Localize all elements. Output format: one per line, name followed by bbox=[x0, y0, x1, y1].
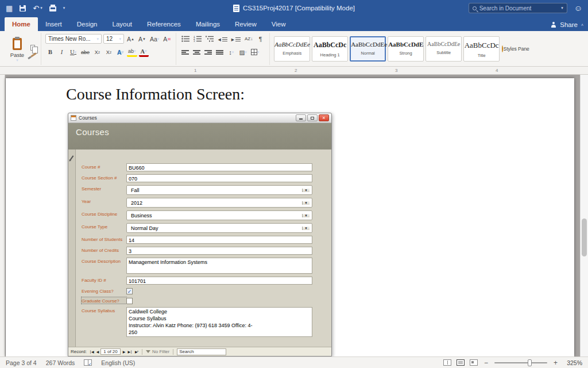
field-checkbox[interactable] bbox=[126, 298, 133, 304]
justify-button[interactable] bbox=[215, 47, 225, 57]
new-record-button[interactable]: ▶* bbox=[134, 350, 138, 354]
zoom-out-button[interactable]: − bbox=[483, 359, 489, 367]
text-effects-caret-icon[interactable]: ▾ bbox=[122, 50, 124, 55]
record-search-input[interactable] bbox=[177, 348, 226, 355]
word-count[interactable]: 267 Words bbox=[46, 359, 75, 366]
style-title[interactable]: AaBbCcDcTitle bbox=[463, 36, 500, 62]
print-button[interactable] bbox=[49, 5, 56, 12]
proofing-status-icon[interactable] bbox=[84, 359, 92, 366]
maximize-button[interactable] bbox=[307, 114, 318, 121]
line-spacing-caret-icon[interactable]: ▾ bbox=[232, 50, 234, 55]
page-indicator[interactable]: Page 3 of 4 bbox=[6, 359, 37, 366]
previous-record-button[interactable]: ◀ bbox=[96, 350, 99, 354]
styles-pane-button[interactable]: Styles Pane bbox=[502, 47, 529, 52]
share-button[interactable]: Share ˄ bbox=[551, 21, 583, 31]
record-selector-bar[interactable] bbox=[68, 150, 76, 347]
field-combo[interactable]: 2012▼ bbox=[126, 198, 312, 208]
align-left-button[interactable] bbox=[180, 47, 190, 57]
underline-button[interactable]: U▾ bbox=[68, 47, 78, 57]
change-case-button[interactable]: Aa▾ bbox=[149, 34, 160, 44]
first-record-button[interactable]: ❘◀ bbox=[88, 350, 94, 354]
field-input[interactable]: Management Information Systems bbox=[126, 258, 312, 274]
no-filter-button[interactable]: No Filter bbox=[152, 349, 169, 354]
align-center-button[interactable] bbox=[192, 47, 202, 57]
document-page[interactable]: Course Information Screen: Courses × Cou… bbox=[6, 78, 574, 356]
combo-dropdown-button[interactable]: ▼ bbox=[302, 227, 310, 230]
decrease-indent-button[interactable]: ◂ bbox=[216, 34, 228, 44]
field-combo[interactable]: Business▼ bbox=[126, 210, 312, 220]
text-effects-button[interactable]: A▾ bbox=[115, 47, 125, 57]
tab-home[interactable]: Home bbox=[5, 17, 38, 31]
web-layout-button[interactable] bbox=[470, 359, 478, 366]
next-record-button[interactable]: ▶ bbox=[122, 350, 126, 354]
field-combo[interactable]: Fall▼ bbox=[126, 185, 312, 195]
tab-insert[interactable]: Insert bbox=[38, 17, 69, 31]
bullets-button[interactable] bbox=[180, 34, 191, 44]
tab-references[interactable]: References bbox=[140, 17, 188, 31]
zoom-slider[interactable] bbox=[494, 362, 547, 363]
undo-caret-icon[interactable]: ▾ bbox=[40, 6, 42, 10]
view-switcher-icon[interactable]: ▦ bbox=[6, 4, 13, 13]
field-input[interactable]: Caldwell College Course Syllabus Instruc… bbox=[126, 307, 312, 337]
numbering-button[interactable]: 123 bbox=[192, 34, 203, 44]
paste-caret-icon[interactable]: ▾ bbox=[16, 58, 18, 63]
style-strong[interactable]: AaBbCcDdEStrong bbox=[388, 36, 424, 62]
style-normal[interactable]: AaBbCcDdEeNormal bbox=[350, 36, 386, 62]
multilevel-list-button[interactable] bbox=[204, 34, 215, 44]
field-input[interactable]: 070 bbox=[126, 174, 312, 182]
font-color-caret-icon[interactable]: ▾ bbox=[145, 48, 147, 55]
save-icon[interactable] bbox=[20, 5, 26, 12]
font-size-combo[interactable]: 12 ▾ bbox=[103, 34, 124, 44]
last-record-button[interactable]: ▶❘ bbox=[127, 350, 133, 354]
style-subtitle[interactable]: AaBbCcDdEeSubtitle bbox=[425, 36, 462, 62]
superscript-button[interactable]: X2 bbox=[104, 47, 114, 57]
grow-font-button[interactable]: A▲ bbox=[126, 34, 136, 44]
italic-button[interactable]: I bbox=[57, 47, 67, 57]
language-indicator[interactable]: English (US) bbox=[101, 359, 135, 366]
strikethrough-button[interactable]: abe bbox=[80, 47, 91, 57]
shrink-font-button[interactable]: A▼ bbox=[137, 34, 147, 44]
tab-mailings[interactable]: Mailings bbox=[188, 17, 227, 31]
undo-button[interactable]: ↶▾ bbox=[33, 4, 42, 13]
zoom-in-button[interactable]: + bbox=[552, 359, 559, 367]
horizontal-ruler[interactable]: 1234 bbox=[0, 67, 588, 75]
field-checkbox[interactable]: ✓ bbox=[126, 288, 133, 294]
zoom-level[interactable]: 325% bbox=[564, 359, 582, 366]
document-search-input[interactable] bbox=[479, 5, 558, 12]
font-color-button[interactable]: A▾ bbox=[139, 47, 149, 57]
print-layout-button[interactable] bbox=[457, 359, 465, 366]
combo-dropdown-button[interactable]: ▼ bbox=[302, 189, 310, 192]
shading-caret-icon[interactable]: ▾ bbox=[245, 50, 247, 55]
change-case-caret-icon[interactable]: ▾ bbox=[157, 37, 160, 41]
vertical-scrollbar[interactable] bbox=[580, 75, 588, 356]
close-button[interactable]: × bbox=[319, 114, 329, 121]
highlight-caret-icon[interactable]: ▾ bbox=[134, 48, 136, 54]
copy-icon[interactable] bbox=[30, 45, 35, 51]
search-caret-icon[interactable]: ▾ bbox=[561, 6, 563, 10]
document-search-box[interactable]: ▾ bbox=[469, 3, 567, 13]
vertical-ruler[interactable] bbox=[0, 75, 5, 356]
shading-button[interactable]: ▨▾ bbox=[238, 47, 247, 57]
highlight-button[interactable]: ab▾ bbox=[127, 47, 137, 57]
borders-caret-icon[interactable]: ▾ bbox=[257, 50, 260, 55]
show-paragraph-marks-button[interactable]: ¶ bbox=[256, 34, 265, 44]
ribbon-collapse-icon[interactable]: ˄ bbox=[581, 23, 583, 27]
line-spacing-button[interactable]: ↕▾ bbox=[226, 47, 236, 57]
bold-button[interactable]: B bbox=[45, 47, 55, 57]
scrollbar-thumb[interactable] bbox=[582, 218, 587, 256]
tab-review[interactable]: Review bbox=[227, 17, 264, 31]
underline-caret-icon[interactable]: ▾ bbox=[75, 50, 77, 55]
combo-dropdown-button[interactable]: ▼ bbox=[302, 214, 310, 217]
clear-formatting-button[interactable]: A bbox=[162, 34, 172, 44]
font-name-caret-icon[interactable]: ▾ bbox=[96, 37, 99, 41]
tab-layout[interactable]: Layout bbox=[105, 17, 140, 31]
tab-design[interactable]: Design bbox=[69, 17, 105, 31]
align-right-button[interactable] bbox=[203, 47, 213, 57]
toolbar-options-caret-icon[interactable]: ▾ bbox=[63, 6, 65, 10]
font-size-caret-icon[interactable]: ▾ bbox=[119, 37, 121, 41]
field-input[interactable]: 14 bbox=[126, 236, 312, 244]
style-heading1[interactable]: AaBbCcDcHeading 1 bbox=[312, 36, 348, 62]
field-combo[interactable]: Normal Day▼ bbox=[126, 223, 312, 233]
field-input[interactable]: 101701 bbox=[126, 277, 312, 285]
zoom-slider-thumb[interactable] bbox=[528, 359, 532, 366]
